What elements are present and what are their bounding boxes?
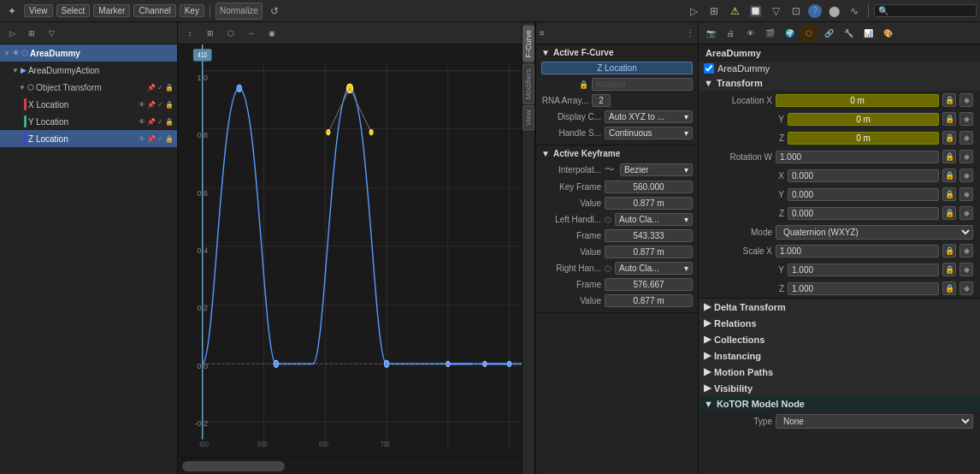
graph-svg[interactable]: 410 500 600 700 410 bbox=[178, 44, 522, 457]
type-dropdown[interactable]: None bbox=[776, 414, 973, 429]
menu-key[interactable]: Key bbox=[180, 4, 204, 17]
menu-view[interactable]: View bbox=[24, 4, 53, 17]
scale-y-value[interactable]: 1.000 bbox=[788, 264, 939, 276]
keyframe-value[interactable]: 560.000 bbox=[605, 181, 693, 193]
refresh-icon[interactable]: ↺ bbox=[266, 3, 283, 20]
eye-icon[interactable]: 👁 bbox=[12, 49, 20, 57]
menu-select[interactable]: Select bbox=[56, 4, 91, 17]
scale-y-dot[interactable]: ◆ bbox=[959, 263, 973, 276]
graph-area[interactable]: ↕ ⊞ ⬡ ↔ ◉ 1.0 0.8 0.6 0.4 0.2 0.0 -0.2 bbox=[178, 22, 522, 474]
x-eye[interactable]: 👁 bbox=[139, 101, 145, 109]
collapse-triangle[interactable]: ▼ bbox=[3, 50, 10, 57]
kf-5[interactable] bbox=[483, 361, 487, 366]
rotation-x-dot[interactable]: ◆ bbox=[959, 169, 973, 182]
scale-x-value[interactable]: 1.000 bbox=[776, 245, 939, 258]
transform-header[interactable]: ▼ Transform bbox=[699, 75, 980, 91]
location-x-lock[interactable]: 🔒 bbox=[942, 93, 956, 107]
kf-6[interactable] bbox=[507, 361, 511, 366]
y-location-channel[interactable]: Y Location 👁 📌 ✓ 🔒 bbox=[0, 113, 177, 130]
relations-header[interactable]: ▶ Relations bbox=[699, 315, 980, 331]
kf-4[interactable] bbox=[446, 361, 450, 366]
rna-array-value[interactable]: 2 bbox=[592, 94, 611, 107]
graph-tool-1[interactable]: ↕ bbox=[181, 25, 198, 42]
location-y-value[interactable]: 0 m bbox=[788, 113, 939, 126]
curve-name-field[interactable]: Z Location bbox=[541, 62, 693, 74]
action-triangle[interactable]: ▼ bbox=[12, 67, 19, 74]
object-enable-checkbox[interactable] bbox=[704, 63, 714, 74]
display-dropdown[interactable]: Auto XYZ to ... ▾ bbox=[605, 110, 693, 123]
z-location-channel[interactable]: Z Location 👁 📌 ✓ 🔒 bbox=[0, 130, 177, 147]
kf-2[interactable] bbox=[274, 360, 279, 367]
area-dummy-action[interactable]: ▼ ▶ AreaDummyAction bbox=[0, 62, 177, 79]
graph-canvas[interactable]: 1.0 0.8 0.6 0.4 0.2 0.0 -0.2 bbox=[178, 44, 522, 457]
rna-path-field[interactable]: location bbox=[592, 78, 693, 91]
location-x-dot[interactable]: ◆ bbox=[959, 93, 973, 107]
tab-fcurve[interactable]: F-Curve bbox=[522, 26, 534, 62]
scale-x-lock[interactable]: 🔒 bbox=[942, 244, 956, 258]
x-lock[interactable]: 🔒 bbox=[165, 101, 174, 109]
prop-obj-icon[interactable]: ⬡ bbox=[800, 25, 818, 42]
prop-modifier-icon[interactable]: 🔧 bbox=[840, 25, 857, 42]
mode-icon[interactable]: ▷ bbox=[685, 3, 702, 20]
graph-tool-3[interactable]: ⬡ bbox=[222, 25, 239, 42]
left-tool-3[interactable]: ▽ bbox=[43, 25, 60, 42]
location-z-lock[interactable]: 🔒 bbox=[942, 131, 956, 145]
delta-transform-header[interactable]: ▶ Delta Transform bbox=[699, 299, 980, 315]
y-lock[interactable]: 🔒 bbox=[165, 118, 174, 126]
area-dummy-root[interactable]: ▼ 👁 ⬡ AreaDummy bbox=[0, 44, 177, 62]
rotation-w-dot[interactable]: ◆ bbox=[959, 150, 973, 163]
transform-triangle[interactable]: ▼ bbox=[19, 84, 26, 92]
graph-tool-2[interactable]: ⊞ bbox=[202, 25, 219, 42]
x-check[interactable]: ✓ bbox=[157, 101, 163, 109]
funnel-icon[interactable]: ▽ bbox=[767, 3, 784, 20]
warning-icon[interactable]: ⚠ bbox=[726, 3, 743, 20]
kf-1[interactable] bbox=[237, 85, 242, 92]
tab-view[interactable]: View bbox=[522, 105, 534, 130]
left-frame-value[interactable]: 543.333 bbox=[605, 229, 693, 242]
active-kf-header[interactable]: ▼ Active Keyframe bbox=[541, 149, 693, 158]
z-eye[interactable]: 👁 bbox=[139, 135, 145, 143]
y-eye[interactable]: 👁 bbox=[139, 118, 145, 126]
collections-header[interactable]: ▶ Collections bbox=[699, 331, 980, 347]
x-pin[interactable]: 📌 bbox=[147, 101, 156, 109]
x-scroll-thumb[interactable] bbox=[182, 461, 285, 471]
kf-value-field[interactable]: 0.877 m bbox=[605, 197, 693, 210]
visibility-header[interactable]: ▶ Visibility bbox=[699, 380, 980, 396]
normalize-toggle[interactable]: Normalize bbox=[215, 3, 263, 20]
y-check[interactable]: ✓ bbox=[157, 118, 163, 126]
graph-tool-4[interactable]: ↔ bbox=[243, 25, 260, 42]
graph-tool-5[interactable]: ◉ bbox=[263, 25, 280, 42]
scale-z-value[interactable]: 1.000 bbox=[788, 282, 939, 295]
interp-dropdown[interactable]: Bezier ▾ bbox=[620, 163, 693, 176]
right-frame-value[interactable]: 576.667 bbox=[605, 278, 693, 291]
location-x-value[interactable]: 0 m bbox=[776, 94, 939, 107]
blender-logo[interactable]: ✦ bbox=[3, 3, 21, 20]
left-tool-2[interactable]: ⊞ bbox=[23, 25, 40, 42]
object-transform-header[interactable]: ▼ ⬡ Object Transform 📌 ✓ 🔒 bbox=[0, 79, 177, 96]
scale-z-dot[interactable]: ◆ bbox=[959, 281, 973, 295]
handle-right-dot[interactable] bbox=[369, 129, 373, 134]
active-fcurve-header[interactable]: ▼ Active F-Curve bbox=[541, 48, 693, 57]
x-scrollbar[interactable] bbox=[178, 457, 522, 474]
prop-output-icon[interactable]: 🖨 bbox=[722, 25, 739, 42]
scale-y-lock[interactable]: 🔒 bbox=[942, 263, 956, 276]
scale-z-lock[interactable]: 🔒 bbox=[942, 281, 956, 295]
rotation-z-lock[interactable]: 🔒 bbox=[942, 206, 956, 220]
rotation-y-dot[interactable]: ◆ bbox=[959, 187, 973, 201]
rotation-z-value[interactable]: 0.000 bbox=[788, 207, 939, 220]
props-search[interactable] bbox=[874, 4, 977, 17]
prop-scene-icon[interactable]: 🎬 bbox=[761, 25, 778, 42]
menu-channel[interactable]: Channel bbox=[133, 4, 175, 17]
left-tool-1[interactable]: ▷ bbox=[3, 25, 21, 42]
rotation-y-value[interactable]: 0.000 bbox=[788, 188, 939, 201]
rotation-z-dot[interactable]: ◆ bbox=[959, 206, 973, 220]
left-handle-dropdown[interactable]: Auto Cla... ▾ bbox=[615, 213, 693, 226]
motion-paths-header[interactable]: ▶ Motion Paths bbox=[699, 364, 980, 380]
menu-marker[interactable]: Marker bbox=[93, 4, 130, 17]
scale-x-dot[interactable]: ◆ bbox=[959, 244, 973, 258]
display-icon[interactable]: ⊡ bbox=[788, 3, 805, 20]
right-handle-dropdown[interactable]: Auto Cla... ▾ bbox=[615, 262, 693, 275]
y-pin[interactable]: 📌 bbox=[147, 118, 156, 126]
prop-data-icon[interactable]: 📊 bbox=[859, 25, 877, 42]
handle-left-dot[interactable] bbox=[327, 129, 330, 134]
